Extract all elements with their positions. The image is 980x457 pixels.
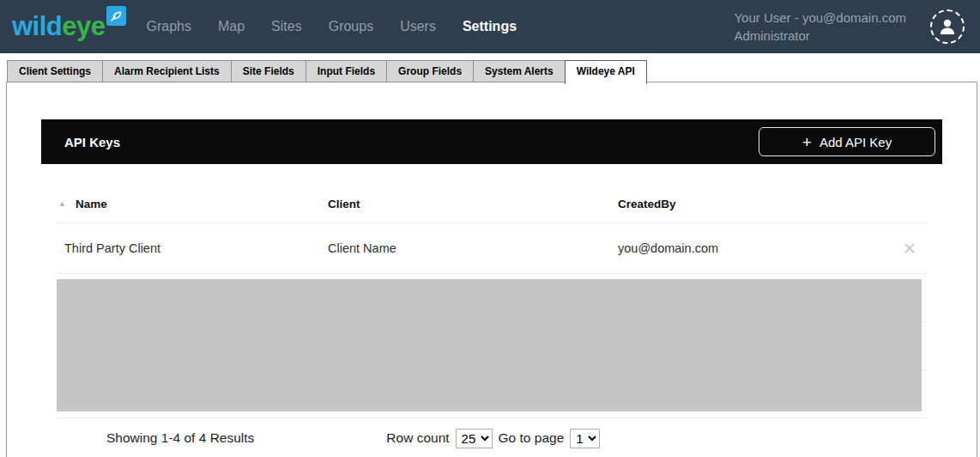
wildeye-logo[interactable]: wild eye [12, 11, 126, 42]
row-count-select[interactable]: 25 [456, 429, 493, 448]
nav-item-sites[interactable]: Sites [271, 19, 302, 34]
cell-created-by: you@domain.com [618, 241, 892, 255]
tab-wildeye-api[interactable]: Wildeye API [565, 60, 647, 84]
page-title: API Keys [64, 135, 120, 149]
tab-client-settings[interactable]: Client Settings [7, 60, 103, 82]
obscured-rows-region [57, 274, 927, 418]
tab-system-alerts[interactable]: System Alerts [473, 60, 566, 82]
add-api-key-button[interactable]: + Add API Key [759, 127, 935, 156]
main-nav: Graphs Map Sites Groups Users Settings [147, 19, 517, 34]
user-info: Your User - you@domain.com Administrator [734, 9, 906, 45]
column-header-name[interactable]: ▲ Name [57, 198, 328, 210]
logo-text-eye: eye [62, 11, 105, 42]
top-navbar: wild eye Graphs Map Sites Groups Users S… [0, 0, 980, 53]
column-header-createdby[interactable]: CreatedBy [618, 198, 892, 210]
api-keys-table: ▲ Name Client CreatedBy Third Party Clie… [57, 185, 927, 457]
row-count-label: Row count [386, 430, 449, 446]
leaf-icon [106, 6, 126, 26]
cell-name: Third Party Client [57, 241, 328, 255]
pager-controls: Row count 25 Go to page 1 [386, 429, 600, 448]
tab-alarm-recipient-lists[interactable]: Alarm Recipient Lists [102, 60, 232, 82]
column-header-client[interactable]: Client [328, 198, 618, 210]
plus-icon: + [802, 134, 812, 150]
cell-client: Client Name [328, 241, 618, 255]
nav-item-groups[interactable]: Groups [329, 19, 373, 34]
user-role: Administrator [734, 27, 906, 45]
sort-asc-icon: ▲ [57, 199, 76, 208]
user-avatar-icon[interactable] [930, 9, 965, 44]
nav-item-map[interactable]: Map [218, 19, 245, 34]
api-keys-header-bar: API Keys + Add API Key [41, 119, 942, 164]
tab-group-fields[interactable]: Group Fields [386, 60, 474, 82]
user-name-email: Your User - you@domain.com [734, 9, 906, 27]
table-row: Third Party Client Client Name you@domai… [57, 223, 927, 274]
settings-tab-strip: Client Settings Alarm Recipient Lists Si… [7, 60, 980, 82]
tab-site-fields[interactable]: Site Fields [231, 60, 306, 82]
results-summary: Showing 1-4 of 4 Results [106, 430, 254, 446]
table-footer: Showing 1-4 of 4 Results Row count 25 Go… [106, 418, 877, 457]
redaction-overlay [57, 279, 922, 411]
nav-item-settings[interactable]: Settings [463, 19, 517, 34]
table-header-row: ▲ Name Client CreatedBy [57, 185, 927, 223]
wildeye-api-panel: API Keys + Add API Key ▲ Name Client Cre… [6, 82, 977, 457]
add-api-key-label: Add API Key [820, 135, 892, 149]
tab-input-fields[interactable]: Input Fields [305, 60, 387, 82]
page-select[interactable]: 1 [570, 429, 600, 448]
delete-row-icon[interactable]: ✕ [892, 241, 927, 257]
nav-item-graphs[interactable]: Graphs [147, 19, 191, 34]
logo-text-wild: wild [12, 11, 62, 42]
go-to-page-label: Go to page [499, 430, 565, 446]
nav-item-users[interactable]: Users [400, 19, 436, 34]
